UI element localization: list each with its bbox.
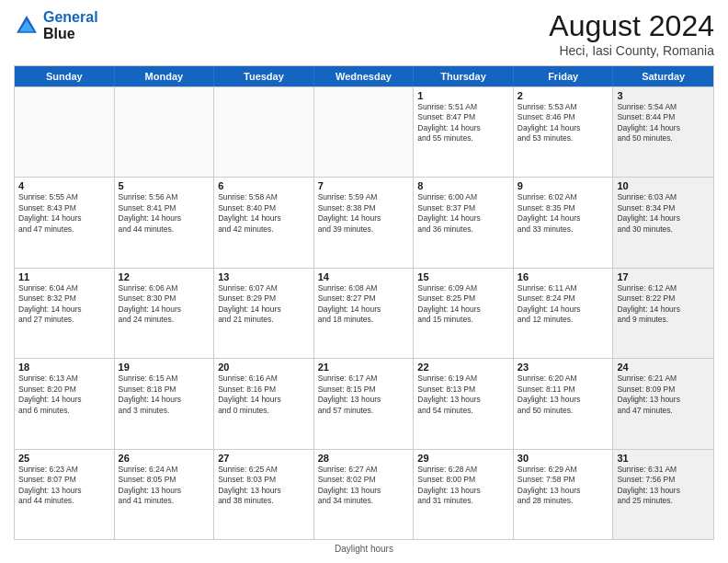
day-info: Sunrise: 5:51 AM Sunset: 8:47 PM Dayligh… <box>417 102 509 144</box>
day-cell-9: 9Sunrise: 6:02 AM Sunset: 8:35 PM Daylig… <box>514 178 614 267</box>
calendar-row-1: 1Sunrise: 5:51 AM Sunset: 8:47 PM Daylig… <box>15 86 713 177</box>
day-info: Sunrise: 6:00 AM Sunset: 8:37 PM Dayligh… <box>417 192 509 235</box>
day-cell-23: 23Sunrise: 6:20 AM Sunset: 8:11 PM Dayli… <box>514 359 614 448</box>
weekday-header-monday: Monday <box>115 66 215 86</box>
day-info: Sunrise: 6:16 AM Sunset: 8:16 PM Dayligh… <box>218 373 310 416</box>
day-cell-28: 28Sunrise: 6:27 AM Sunset: 8:02 PM Dayli… <box>314 450 415 539</box>
calendar-header: SundayMondayTuesdayWednesdayThursdayFrid… <box>15 66 713 86</box>
calendar-row-5: 25Sunrise: 6:23 AM Sunset: 8:07 PM Dayli… <box>15 449 713 539</box>
weekday-header-friday: Friday <box>514 66 614 86</box>
day-cell-29: 29Sunrise: 6:28 AM Sunset: 8:00 PM Dayli… <box>414 450 514 539</box>
day-number: 24 <box>617 362 710 373</box>
day-number: 30 <box>518 453 609 464</box>
day-cell-4: 4Sunrise: 5:55 AM Sunset: 8:43 PM Daylig… <box>15 178 115 267</box>
day-info: Sunrise: 5:58 AM Sunset: 8:40 PM Dayligh… <box>218 192 310 235</box>
day-cell-10: 10Sunrise: 6:03 AM Sunset: 8:34 PM Dayli… <box>613 178 713 267</box>
day-info: Sunrise: 6:09 AM Sunset: 8:25 PM Dayligh… <box>417 283 509 326</box>
calendar-row-3: 11Sunrise: 6:04 AM Sunset: 8:32 PM Dayli… <box>15 268 713 358</box>
day-number: 19 <box>119 362 210 373</box>
calendar-row-4: 18Sunrise: 6:13 AM Sunset: 8:20 PM Dayli… <box>15 358 713 448</box>
day-cell-27: 27Sunrise: 6:25 AM Sunset: 8:03 PM Dayli… <box>214 450 314 539</box>
day-cell-12: 12Sunrise: 6:06 AM Sunset: 8:30 PM Dayli… <box>115 269 215 358</box>
day-number: 28 <box>318 453 410 464</box>
day-number: 1 <box>417 90 509 101</box>
day-info: Sunrise: 6:17 AM Sunset: 8:15 PM Dayligh… <box>318 373 410 416</box>
day-info: Sunrise: 5:54 AM Sunset: 8:44 PM Dayligh… <box>617 102 710 144</box>
day-number: 20 <box>218 362 310 373</box>
day-info: Sunrise: 6:11 AM Sunset: 8:24 PM Dayligh… <box>518 283 609 326</box>
day-number: 7 <box>318 180 410 191</box>
day-number: 3 <box>617 90 710 101</box>
day-info: Sunrise: 6:25 AM Sunset: 8:03 PM Dayligh… <box>218 465 310 507</box>
day-number: 10 <box>617 180 710 191</box>
day-info: Sunrise: 6:15 AM Sunset: 8:18 PM Dayligh… <box>119 373 210 416</box>
day-number: 17 <box>617 271 710 282</box>
day-info: Sunrise: 5:56 AM Sunset: 8:41 PM Dayligh… <box>119 192 210 235</box>
day-info: Sunrise: 6:29 AM Sunset: 7:58 PM Dayligh… <box>518 465 609 507</box>
day-info: Sunrise: 6:23 AM Sunset: 8:07 PM Dayligh… <box>18 465 110 507</box>
footer-note: Daylight hours <box>14 544 714 554</box>
day-number: 9 <box>518 180 609 191</box>
day-cell-6: 6Sunrise: 5:58 AM Sunset: 8:40 PM Daylig… <box>214 178 314 267</box>
day-info: Sunrise: 6:12 AM Sunset: 8:22 PM Dayligh… <box>617 283 710 326</box>
logo-icon <box>14 13 40 39</box>
logo-text: General Blue <box>43 9 98 41</box>
empty-cell <box>15 87 115 177</box>
day-cell-31: 31Sunrise: 6:31 AM Sunset: 7:56 PM Dayli… <box>613 450 713 539</box>
day-number: 29 <box>417 453 509 464</box>
day-number: 22 <box>417 362 509 373</box>
day-number: 13 <box>218 271 310 282</box>
day-cell-17: 17Sunrise: 6:12 AM Sunset: 8:22 PM Dayli… <box>613 269 713 358</box>
day-info: Sunrise: 5:53 AM Sunset: 8:46 PM Dayligh… <box>518 102 609 144</box>
main-title: August 2024 <box>549 9 714 43</box>
day-cell-30: 30Sunrise: 6:29 AM Sunset: 7:58 PM Dayli… <box>514 450 614 539</box>
day-cell-20: 20Sunrise: 6:16 AM Sunset: 8:16 PM Dayli… <box>214 359 314 448</box>
empty-cell <box>214 87 314 177</box>
day-info: Sunrise: 6:07 AM Sunset: 8:29 PM Dayligh… <box>218 283 310 326</box>
day-number: 26 <box>119 453 210 464</box>
day-number: 18 <box>18 362 110 373</box>
day-info: Sunrise: 6:03 AM Sunset: 8:34 PM Dayligh… <box>617 192 710 235</box>
day-number: 4 <box>18 180 110 191</box>
day-info: Sunrise: 6:19 AM Sunset: 8:13 PM Dayligh… <box>417 373 509 416</box>
weekday-header-wednesday: Wednesday <box>314 66 415 86</box>
day-number: 16 <box>518 271 609 282</box>
day-cell-15: 15Sunrise: 6:09 AM Sunset: 8:25 PM Dayli… <box>414 269 514 358</box>
day-info: Sunrise: 6:06 AM Sunset: 8:30 PM Dayligh… <box>119 283 210 326</box>
day-cell-11: 11Sunrise: 6:04 AM Sunset: 8:32 PM Dayli… <box>15 269 115 358</box>
day-number: 15 <box>417 271 509 282</box>
day-info: Sunrise: 6:24 AM Sunset: 8:05 PM Dayligh… <box>119 465 210 507</box>
day-number: 21 <box>318 362 410 373</box>
day-number: 27 <box>218 453 310 464</box>
empty-cell <box>314 87 415 177</box>
calendar-body: 1Sunrise: 5:51 AM Sunset: 8:47 PM Daylig… <box>15 86 713 539</box>
logo: General Blue <box>14 9 98 41</box>
day-number: 2 <box>518 90 609 101</box>
calendar: SundayMondayTuesdayWednesdayThursdayFrid… <box>14 65 714 540</box>
day-cell-18: 18Sunrise: 6:13 AM Sunset: 8:20 PM Dayli… <box>15 359 115 448</box>
day-info: Sunrise: 6:28 AM Sunset: 8:00 PM Dayligh… <box>417 465 509 507</box>
day-info: Sunrise: 6:04 AM Sunset: 8:32 PM Dayligh… <box>18 283 110 326</box>
day-info: Sunrise: 5:59 AM Sunset: 8:38 PM Dayligh… <box>318 192 410 235</box>
weekday-header-saturday: Saturday <box>613 66 713 86</box>
weekday-header-thursday: Thursday <box>414 66 514 86</box>
day-cell-14: 14Sunrise: 6:08 AM Sunset: 8:27 PM Dayli… <box>314 269 415 358</box>
day-cell-7: 7Sunrise: 5:59 AM Sunset: 8:38 PM Daylig… <box>314 178 415 267</box>
title-block: August 2024 Heci, Iasi County, Romania <box>549 9 714 58</box>
day-cell-24: 24Sunrise: 6:21 AM Sunset: 8:09 PM Dayli… <box>613 359 713 448</box>
calendar-row-2: 4Sunrise: 5:55 AM Sunset: 8:43 PM Daylig… <box>15 177 713 267</box>
day-cell-3: 3Sunrise: 5:54 AM Sunset: 8:44 PM Daylig… <box>613 87 713 177</box>
day-info: Sunrise: 6:02 AM Sunset: 8:35 PM Dayligh… <box>518 192 609 235</box>
day-number: 31 <box>617 453 710 464</box>
weekday-header-sunday: Sunday <box>15 66 115 86</box>
day-cell-21: 21Sunrise: 6:17 AM Sunset: 8:15 PM Dayli… <box>314 359 415 448</box>
day-number: 6 <box>218 180 310 191</box>
day-info: Sunrise: 6:08 AM Sunset: 8:27 PM Dayligh… <box>318 283 410 326</box>
day-info: Sunrise: 6:31 AM Sunset: 7:56 PM Dayligh… <box>617 465 710 507</box>
day-number: 8 <box>417 180 509 191</box>
day-info: Sunrise: 5:55 AM Sunset: 8:43 PM Dayligh… <box>18 192 110 235</box>
day-info: Sunrise: 6:13 AM Sunset: 8:20 PM Dayligh… <box>18 373 110 416</box>
day-cell-1: 1Sunrise: 5:51 AM Sunset: 8:47 PM Daylig… <box>414 87 514 177</box>
day-number: 14 <box>318 271 410 282</box>
day-cell-8: 8Sunrise: 6:00 AM Sunset: 8:37 PM Daylig… <box>414 178 514 267</box>
